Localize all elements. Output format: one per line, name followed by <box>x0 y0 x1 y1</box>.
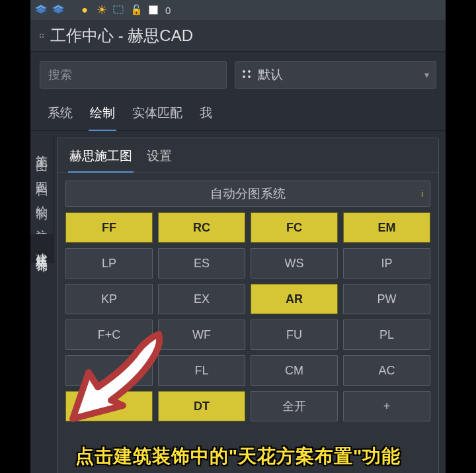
command-grid: FFRCFCEMLPESWSIPKPEXARPWF+CWFFUPLFLCMACL… <box>58 212 438 429</box>
cmd-EM[interactable]: EM <box>343 212 430 243</box>
cmd-PL[interactable]: PL <box>343 320 430 350</box>
tab-entity-match[interactable]: 实体匹配 <box>131 99 184 130</box>
cmd-FU[interactable]: FU <box>251 320 338 350</box>
cmd-FL[interactable]: FL <box>158 355 245 386</box>
grip-icon[interactable] <box>40 34 44 38</box>
cmd-AC[interactable]: AC <box>343 355 430 386</box>
dropdown-label: 默认 <box>258 66 283 83</box>
side-tab-draw[interactable]: 绘制 <box>30 187 54 210</box>
cmd-+[interactable]: + <box>343 391 430 421</box>
cmd-LP[interactable]: LP <box>65 248 153 279</box>
cmd-EX[interactable]: EX <box>158 284 245 314</box>
sun-icon[interactable]: ☀ <box>95 3 108 17</box>
window-title: 工作中心 - 赫思CAD <box>50 25 193 46</box>
auto-split-label: 自动分图系统 <box>210 185 286 202</box>
lock-icon[interactable]: 🔓 <box>130 3 143 17</box>
side-tab-construction[interactable]: 施工图 <box>30 136 54 163</box>
main-tabs: 系统 绘制 实体匹配 我 <box>30 95 446 131</box>
side-tab-annotate[interactable]: 注释 <box>30 210 54 234</box>
cmd-ES[interactable]: ES <box>158 248 245 279</box>
auto-split-button[interactable]: 自动分图系统 i <box>65 181 430 207</box>
tutorial-caption: 点击建筑装饰中的"天花方案布置"功能 <box>30 444 446 469</box>
cmd-WS[interactable]: WS <box>251 248 338 279</box>
cmd-r4c0[interactable] <box>65 355 153 386</box>
search-placeholder: 搜索 <box>48 67 72 83</box>
view-dropdown[interactable]: 默认 ▾ <box>235 61 436 89</box>
cmd-L[interactable]: L <box>65 391 153 421</box>
lightbulb-icon[interactable]: ● <box>78 3 91 17</box>
freeze-icon[interactable] <box>112 3 126 17</box>
side-tabs: 施工图 图档 绘制 注释 建筑装饰 <box>30 131 54 473</box>
color-square-icon[interactable] <box>147 3 160 17</box>
cmd-DT[interactable]: DT <box>158 391 245 421</box>
panel-tab-settings[interactable]: 设置 <box>145 145 173 172</box>
cmd-CM[interactable]: CM <box>251 355 338 386</box>
tab-me[interactable]: 我 <box>198 99 214 130</box>
svg-rect-4 <box>114 6 123 13</box>
top-toolbar: ● ☀ 🔓 0 <box>30 0 446 20</box>
layers-icon-2[interactable] <box>52 3 65 17</box>
cmd-KP[interactable]: KP <box>65 284 153 314</box>
cmd-RC[interactable]: RC <box>158 212 245 243</box>
grid-icon <box>242 69 253 80</box>
cmd-FF[interactable]: FF <box>65 212 153 243</box>
cmd-IP[interactable]: IP <box>343 248 430 279</box>
layer-number: 0 <box>165 5 171 16</box>
cmd-F+C[interactable]: F+C <box>65 320 153 350</box>
titlebar: 工作中心 - 赫思CAD <box>30 20 446 52</box>
panel: 赫思施工图 设置 自动分图系统 i FFRCFCEMLPESWSIPKPEXAR… <box>57 138 439 473</box>
cmd-全开[interactable]: 全开 <box>251 391 338 421</box>
side-tab-drawings[interactable]: 图档 <box>30 163 54 187</box>
side-tab-decoration[interactable]: 建筑装饰 <box>30 234 54 263</box>
search-input[interactable]: 搜索 <box>40 61 227 89</box>
cmd-WF[interactable]: WF <box>158 320 245 350</box>
cmd-AR[interactable]: AR <box>251 284 338 314</box>
info-icon[interactable]: i <box>421 189 423 199</box>
layers-icon-1[interactable] <box>34 3 48 17</box>
tab-draw[interactable]: 绘制 <box>89 99 116 131</box>
chevron-down-icon: ▾ <box>424 69 429 80</box>
tab-system[interactable]: 系统 <box>46 99 74 130</box>
cmd-FC[interactable]: FC <box>251 212 338 243</box>
cmd-PW[interactable]: PW <box>343 284 430 314</box>
panel-tab-construction[interactable]: 赫思施工图 <box>68 145 134 173</box>
